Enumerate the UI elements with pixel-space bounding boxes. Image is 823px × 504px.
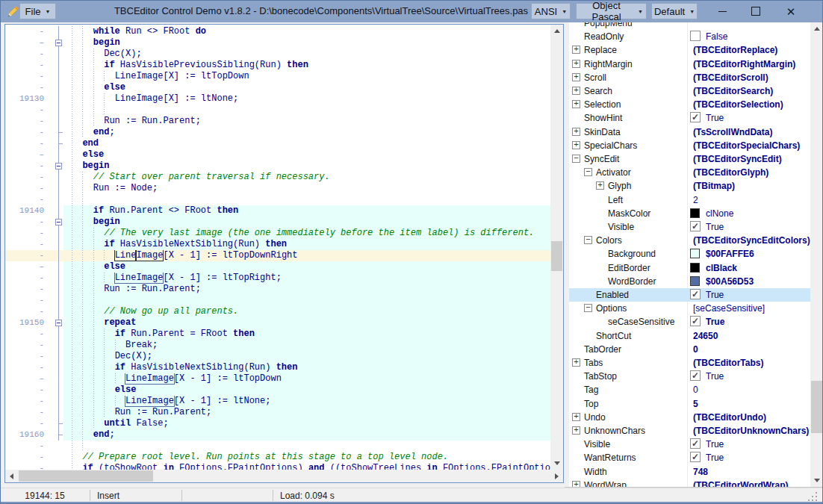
code-line-19143[interactable]: - if HasVisibleNextSibling(Run) then (5, 239, 550, 250)
expand-plus-icon[interactable]: + (572, 73, 580, 81)
code-line-19134[interactable]: - end (5, 138, 550, 149)
property-row-PopupMenu[interactable]: PopupMenu (569, 22, 810, 30)
code-line-19155[interactable]: – LineImage[X - 1] := ltTopDown (5, 373, 550, 385)
property-row-Left[interactable]: Left2 (569, 193, 810, 207)
checkbox-checked-icon[interactable] (690, 112, 701, 122)
property-value[interactable]: (TBCEditorGlyph) (693, 167, 768, 178)
code-line-19131[interactable]: - (5, 105, 550, 116)
property-row-WantReturns[interactable]: WantReturnsTrue (569, 451, 810, 464)
property-row-WordWrap[interactable]: +WordWrap(TBCEditorWordWrap) (569, 479, 810, 487)
code-line-19151[interactable]: - if Run.Parent = FRoot then (5, 329, 550, 340)
property-row-Search[interactable]: +Search(TBCEditorSearch) (569, 84, 810, 98)
code-line-19159[interactable]: - until False; (5, 418, 550, 429)
checkbox-checked-icon[interactable] (690, 452, 701, 462)
property-value[interactable]: 0 (693, 385, 698, 395)
property-row-Background[interactable]: Background$00FAFFE6 (569, 247, 810, 261)
code-line-19135[interactable]: – else (5, 149, 550, 161)
property-row-SpecialChars[interactable]: +SpecialChars(TBCEditorSpecialChars) (569, 139, 810, 152)
code-line-19160[interactable]: 19160 end; (5, 429, 550, 441)
editor-horizontal-scrollbar[interactable] (5, 470, 563, 482)
property-value[interactable]: (TBCEditorSyncEdit) (693, 154, 782, 164)
code-editor[interactable]: - while Run <> FRoot do– begin- Dec(X);-… (4, 24, 564, 483)
expand-plus-icon[interactable]: + (572, 100, 580, 108)
property-value[interactable]: True (706, 222, 724, 232)
collapse-minus-icon[interactable]: − (584, 168, 592, 176)
code-line-19125[interactable]: – begin (5, 37, 550, 49)
expand-plus-icon[interactable]: + (572, 413, 580, 421)
property-row-Top[interactable]: Top5 (569, 397, 810, 411)
property-value[interactable]: True (706, 317, 724, 327)
property-row-RightMargin[interactable]: +RightMargin(TBCEditorRightMargin) (569, 57, 810, 71)
property-value[interactable]: (TBCEditorSyncEditColors) (693, 235, 810, 246)
code-line-19142[interactable]: - // The very last image (the one immedi… (5, 228, 550, 239)
code-line-19128[interactable]: - LineImage[X] := ltTopDown (5, 71, 550, 82)
property-row-seCaseSensitive[interactable]: seCaseSensitiveTrue (569, 315, 810, 329)
property-row-Visible[interactable]: VisibleTrue (569, 438, 810, 451)
code-line-19140[interactable]: 19140 if Run.Parent <> FRoot then (5, 205, 550, 217)
property-row-UnknownChars[interactable]: +UnknownChars(TBCEditorUnknownChars) (569, 424, 810, 438)
property-row-ShortCut[interactable]: ShortCut24650 (569, 329, 810, 343)
code-line-19136[interactable]: - begin (5, 161, 550, 172)
code-line-19161[interactable]: - (5, 441, 550, 452)
property-value[interactable]: True (706, 371, 724, 382)
maximize-button[interactable] (743, 0, 768, 22)
code-line-19149[interactable]: - // Now go up all parents. (5, 306, 550, 317)
property-row-SyncEdit[interactable]: −SyncEdit(TBCEditorSyncEdit) (569, 152, 810, 166)
code-line-19127[interactable]: - if HasVisiblePreviousSibling(Run) then (5, 60, 550, 71)
code-line-19124[interactable]: - while Run <> FRoot do (5, 26, 550, 37)
property-value[interactable]: 2 (693, 195, 698, 205)
property-value[interactable]: (TBitmap) (693, 181, 735, 191)
property-row-ReadOnly[interactable]: ReadOnlyFalse (569, 30, 810, 43)
file-menu-button[interactable]: File ▼ (19, 3, 56, 19)
checkbox-checked-icon[interactable] (690, 289, 701, 299)
horizontal-scroll-thumb[interactable] (19, 470, 153, 482)
property-row-Enabled[interactable]: EnabledTrue (569, 288, 810, 302)
code-line-19154[interactable]: - if HasVisibleNextSibling(Run) then (5, 362, 550, 373)
scroll-up-button[interactable] (810, 22, 823, 35)
property-value[interactable]: clBlack (706, 263, 737, 273)
property-value[interactable]: [seCaseSensitive] (693, 303, 765, 314)
inspector-vertical-scrollbar[interactable] (810, 22, 823, 487)
code-line-19148[interactable]: - (5, 295, 550, 306)
property-row-Scroll[interactable]: +Scroll(TBCEditorScroll) (569, 71, 810, 84)
property-row-ShowHint[interactable]: ShowHintTrue (569, 111, 810, 125)
code-line-19132[interactable]: - Run := Run.Parent; (5, 116, 550, 127)
code-line-19153[interactable]: - Dec(X); (5, 351, 550, 362)
vertical-scroll-thumb[interactable] (811, 381, 822, 433)
property-row-Colors[interactable]: −Colors(TBCEditorSyncEditColors) (569, 234, 810, 247)
vertical-scroll-thumb[interactable] (551, 241, 562, 271)
scroll-left-button[interactable] (5, 470, 18, 482)
code-line-19144[interactable]: - LineImage[X - 1] := ltTopDownRight (5, 250, 550, 261)
code-line-19145[interactable]: – else (5, 261, 550, 273)
code-line-19138[interactable]: - Run := Node; (5, 183, 550, 194)
property-value[interactable]: (TBCEditorReplace) (693, 45, 777, 55)
code-line-19157[interactable]: - LineImage[X - 1] := ltNone; (5, 396, 550, 407)
property-value[interactable]: True (706, 452, 724, 463)
editor-vertical-scrollbar[interactable] (550, 25, 563, 470)
scroll-down-button[interactable] (810, 474, 823, 487)
expand-plus-icon[interactable]: + (572, 481, 580, 487)
property-row-SkinData[interactable]: +SkinData(TsScrollWndData) (569, 125, 810, 139)
property-row-Tabs[interactable]: +Tabs(TBCEditorTabs) (569, 356, 810, 370)
property-value[interactable]: (TBCEditorSearch) (693, 86, 773, 96)
property-value[interactable]: (TBCEditorSelection) (693, 99, 783, 110)
property-value[interactable]: $00A56D53 (706, 276, 754, 287)
property-row-Tag[interactable]: Tag0 (569, 383, 810, 396)
scroll-down-button[interactable] (550, 457, 563, 470)
property-value[interactable]: 0 (693, 344, 698, 355)
property-value[interactable]: (TBCEditorWordWrap) (693, 480, 789, 487)
code-line-19139[interactable]: - (5, 194, 550, 205)
collapse-minus-icon[interactable]: − (572, 155, 580, 163)
collapse-minus-icon[interactable]: − (584, 236, 592, 244)
property-value[interactable]: 24650 (693, 331, 718, 341)
code-line-19162[interactable]: - // Prepare root level. Run points at t… (5, 452, 550, 463)
code-line-19130[interactable]: 19130 LineImage[X] := ltNone; (5, 93, 550, 105)
property-row-Glyph[interactable]: +Glyph(TBitmap) (569, 179, 810, 193)
property-value[interactable]: 748 (693, 467, 708, 477)
code-line-19141[interactable]: - begin (5, 217, 550, 228)
property-value[interactable]: (TBCEditorScroll) (693, 72, 768, 83)
expand-plus-icon[interactable]: + (572, 87, 580, 95)
expand-plus-icon[interactable]: + (572, 141, 580, 149)
code-line-19147[interactable]: - Run := Run.Parent; (5, 284, 550, 295)
expand-plus-icon[interactable]: + (572, 128, 580, 136)
